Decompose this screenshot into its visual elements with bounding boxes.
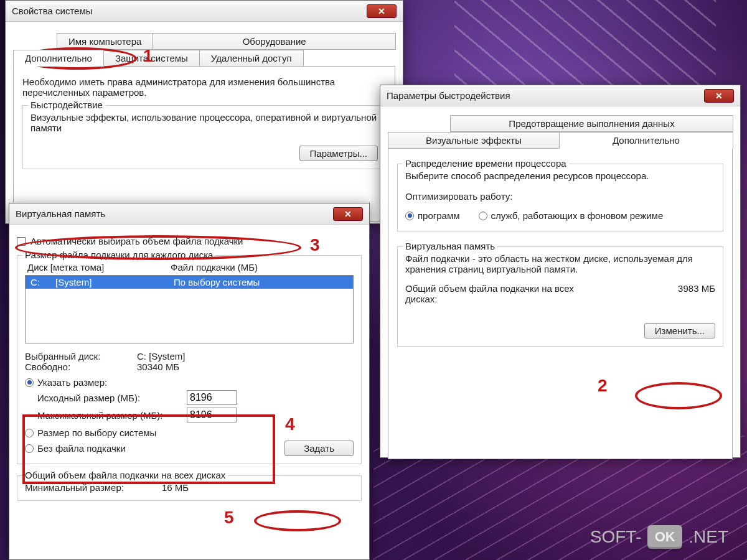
tab-visual-effects[interactable]: Визуальные эффекты — [388, 132, 560, 149]
virtual-memory-group: Виртуальная память Файл подкачки - это о… — [397, 246, 723, 347]
radio-indicator-icon — [25, 378, 34, 387]
total-size-group: Общий объем файла подкачки на всех диска… — [17, 475, 362, 501]
radio-services[interactable]: служб, работающих в фоновом режиме — [479, 210, 664, 221]
titlebar[interactable]: Виртуальная память ✕ — [9, 203, 369, 225]
admin-note: Необходимо иметь права администратора дл… — [22, 77, 386, 98]
system-properties-window: Свойства системы ✕ Имя компьютера Оборуд… — [5, 0, 403, 224]
vm-total-value: 3983 МБ — [678, 283, 715, 304]
free-space-value: 30340 МБ — [137, 362, 179, 372]
close-button[interactable]: ✕ — [333, 207, 363, 221]
selected-drive-label: Выбранный диск: — [25, 351, 137, 362]
tab-hardware[interactable]: Оборудование — [153, 33, 396, 50]
close-button[interactable]: ✕ — [367, 4, 397, 18]
group-title: Размер файла подкачки для каждого диска — [22, 250, 215, 260]
vm-desc: Файл подкачки - это область на жестком д… — [405, 253, 715, 274]
performance-params-button[interactable]: Параметры... — [299, 146, 378, 161]
checkbox-indicator-icon — [17, 237, 26, 246]
group-title: Распределение времени процессора — [403, 158, 569, 169]
virtual-memory-window: Виртуальная память ✕ Автоматически выбир… — [9, 203, 370, 560]
selected-drive-value: C: [System] — [137, 351, 186, 362]
max-size-label: Максимальный размер (МБ): — [37, 410, 187, 421]
close-icon: ✕ — [715, 91, 723, 101]
list-item[interactable]: C: [System] По выбору системы — [26, 276, 353, 289]
tab-dep[interactable]: Предотвращение выполнения данных — [450, 115, 733, 132]
radio-indicator-icon — [479, 212, 487, 220]
list-header-file: Файл подкачки (МБ) — [171, 262, 351, 273]
change-button[interactable]: Изменить... — [644, 323, 715, 338]
window-title: Параметры быстродействия — [387, 90, 510, 101]
titlebar[interactable]: Параметры быстродействия ✕ — [380, 85, 740, 106]
radio-indicator-icon — [25, 444, 34, 453]
performance-desc: Визуальные эффекты, использование процес… — [31, 112, 378, 133]
tab-advanced[interactable]: Дополнительно — [559, 132, 733, 149]
radio-indicator-icon — [25, 429, 34, 437]
set-button[interactable]: Задать — [284, 441, 354, 456]
min-size-value: 16 МБ — [162, 482, 189, 493]
radio-custom-size[interactable]: Указать размер: — [25, 377, 354, 388]
tab-system-protection[interactable]: Защита системы — [103, 50, 200, 67]
radio-programs[interactable]: программ — [405, 210, 460, 221]
drive-list[interactable]: C: [System] По выбору системы — [25, 275, 354, 343]
radio-system-managed[interactable]: Размер по выбору системы — [25, 427, 354, 438]
titlebar[interactable]: Свойства системы ✕ — [6, 1, 403, 22]
group-title: Общий объем файла подкачки на всех диска… — [22, 470, 228, 480]
tab-computer-name[interactable]: Имя компьютера — [57, 33, 153, 50]
drive-size-group: Размер файла подкачки для каждого диска … — [17, 255, 362, 464]
cpu-desc: Выберите способ распределения ресурсов п… — [405, 170, 715, 181]
window-title: Свойства системы — [12, 6, 93, 16]
min-size-label: Минимальный размер: — [25, 482, 162, 493]
tab-advanced[interactable]: Дополнительно — [13, 50, 104, 67]
tab-remote[interactable]: Удаленный доступ — [199, 50, 304, 67]
radio-no-paging[interactable]: Без файла подкачки — [25, 443, 284, 454]
group-title: Быстродействие — [28, 100, 105, 110]
radio-indicator-icon — [405, 212, 414, 220]
window-title: Виртуальная память — [16, 208, 105, 219]
group-title: Виртуальная память — [403, 241, 497, 251]
ok-badge-icon: OK — [647, 525, 682, 549]
performance-options-window: Параметры быстродействия ✕ Предотвращени… — [380, 85, 741, 458]
close-icon: ✕ — [378, 6, 385, 16]
performance-group: Быстродействие Визуальные эффекты, испол… — [22, 105, 386, 169]
close-button[interactable]: ✕ — [704, 89, 734, 103]
close-icon: ✕ — [344, 209, 352, 219]
cpu-scheduling-group: Распределение времени процессора Выберит… — [397, 164, 723, 231]
initial-size-label: Исходный размер (МБ): — [37, 393, 187, 403]
optimize-label: Оптимизировать работу: — [405, 191, 715, 202]
initial-size-input[interactable] — [187, 390, 237, 405]
auto-manage-checkbox[interactable]: Автоматически выбирать объем файла подка… — [17, 236, 362, 246]
free-space-label: Свободно: — [25, 362, 137, 372]
list-header-drive: Диск [метка тома] — [27, 262, 171, 273]
watermark: SOFT- OK .NET — [590, 525, 728, 549]
max-size-input[interactable] — [187, 408, 237, 422]
vm-total-label: Общий объем файла подкачки на всех диска… — [405, 283, 604, 304]
